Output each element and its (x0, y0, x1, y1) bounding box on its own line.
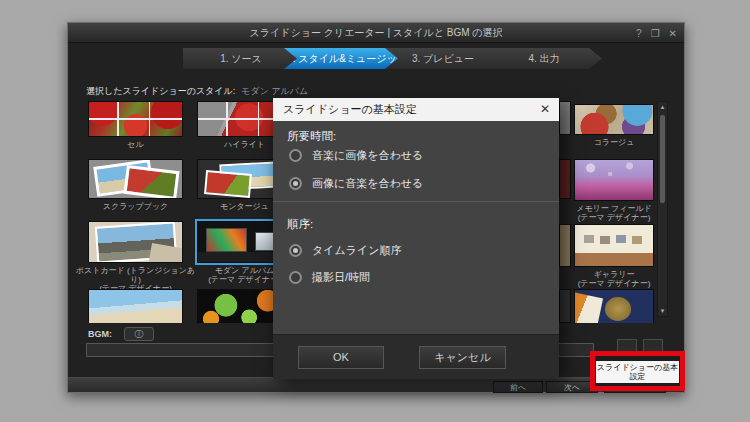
basic-settings-dialog: スライドショーの基本設定 ✕ 所要時間: 音楽に画像を合わせる 画像に音楽を合わ… (273, 98, 559, 379)
restore-icon[interactable]: ❐ (651, 28, 660, 39)
style-thumb-sliver-4[interactable] (559, 289, 571, 323)
style-thumb-scrapbook[interactable] (88, 159, 183, 199)
duration-section-label: 所要時間: (287, 129, 336, 144)
slideshow-creator-window: スライドショー クリエーター | スタイルと BGM の選択 ? ❐ ✕ 1. … (67, 22, 685, 393)
style-label-scrapbook: スクラップブック (88, 202, 183, 211)
style-thumb-sliver-1[interactable] (559, 101, 571, 135)
selected-style-value: モダン アルバム (241, 86, 308, 96)
style-thumb-gallery[interactable] (574, 224, 654, 267)
screen: スライドショー クリエーター | スタイルと BGM の選択 ? ❐ ✕ 1. … (0, 0, 750, 422)
radio-label: 撮影日/時間 (312, 270, 370, 285)
dialog-titlebar: スライドショーの基本設定 ✕ (273, 98, 559, 121)
style-thumb-partial-3[interactable] (574, 289, 654, 323)
annotation-highlight-box: スライドショーの基本設定 (590, 351, 685, 391)
dialog-footer: OK キャンセル (273, 334, 559, 379)
scroll-up-icon[interactable]: ▲ (658, 104, 667, 110)
style-thumb-collage[interactable] (574, 104, 654, 135)
dialog-close-icon[interactable]: ✕ (540, 98, 550, 121)
style-thumb-sliver-2[interactable] (559, 159, 571, 199)
radio-circle-selected-icon[interactable] (289, 244, 302, 257)
window-titlebar[interactable]: スライドショー クリエーター | スタイルと BGM の選択 (68, 23, 684, 43)
radio-label: 音楽に画像を合わせる (312, 148, 423, 163)
step-preview[interactable]: 3. プレビュー (385, 48, 501, 69)
style-thumb-sliver-3[interactable] (559, 224, 571, 267)
style-thumb-memory-field[interactable] (574, 159, 654, 201)
order-section-label: 順序: (287, 217, 313, 232)
style-label-collage: コラージュ (559, 138, 668, 147)
prev-button[interactable]: 前へ (493, 381, 543, 393)
dialog-title: スライドショーの基本設定 (283, 103, 417, 115)
scroll-down-icon[interactable]: ▼ (658, 308, 667, 314)
scrollbar-thumb[interactable] (660, 115, 665, 203)
step-output[interactable]: 4. 出力 (486, 48, 602, 69)
close-icon[interactable]: ✕ (669, 28, 677, 39)
slideshow-basic-settings-button[interactable]: スライドショーの基本設定 (596, 361, 679, 383)
step-source[interactable]: 1. ソース (183, 48, 299, 69)
radio-circle-unselected-icon[interactable] (289, 149, 302, 162)
selected-style-label: 選択したスライドショーのスタイル: (86, 86, 235, 96)
radio-fit-music-to-images[interactable]: 画像に音楽を合わせる (289, 176, 551, 191)
help-icon[interactable]: ? (636, 28, 642, 39)
style-label-gallery: ギャラリー(テーマ デザイナー) (559, 270, 668, 288)
bgm-info-button[interactable]: ⓘ (124, 327, 154, 341)
radio-fit-images-to-music[interactable]: 音楽に画像を合わせる (289, 148, 551, 163)
dialog-body: 所要時間: 音楽に画像を合わせる 画像に音楽を合わせる 順序: タイムライン順序 (273, 121, 559, 334)
radio-label: タイムライン順序 (312, 243, 402, 258)
style-grid-scrollbar[interactable]: ▲ ▼ (657, 101, 668, 317)
bgm-label: BGM: (88, 329, 112, 339)
radio-shooting-date[interactable]: 撮影日/時間 (289, 270, 551, 285)
dialog-divider (273, 201, 559, 202)
style-label-memory-field: メモリー フィールド(テーマ デザイナー) (559, 204, 668, 222)
window-title: スライドショー クリエーター | スタイルと BGM の選択 (249, 26, 502, 40)
radio-timeline-order[interactable]: タイムライン順序 (289, 243, 551, 258)
radio-circle-unselected-icon[interactable] (289, 271, 302, 284)
step-style-music[interactable]: 2. スタイル&ミュージック (284, 48, 400, 69)
style-thumb-partial-1[interactable] (88, 289, 183, 323)
radio-circle-selected-icon[interactable] (289, 177, 302, 190)
style-label-cell: セル (88, 140, 183, 149)
ok-button[interactable]: OK (298, 346, 384, 369)
window-controls: ? ❐ ✕ (636, 23, 677, 43)
dialog-cancel-button[interactable]: キャンセル (419, 346, 506, 369)
style-thumb-cell[interactable] (88, 101, 183, 137)
radio-label: 画像に音楽を合わせる (312, 176, 423, 191)
style-thumb-postcard[interactable] (88, 221, 183, 263)
